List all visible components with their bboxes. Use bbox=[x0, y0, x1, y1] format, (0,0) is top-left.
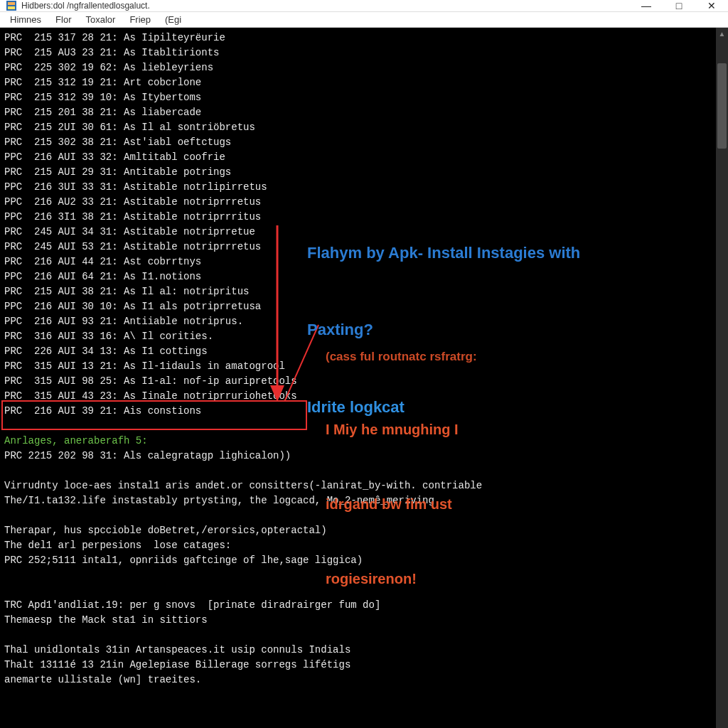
app-window: Hidbers:dol /ngfrallentedlosgaluct. — □ … bbox=[0, 0, 728, 728]
log-line: The del1 arl perpesions lose catages: bbox=[4, 538, 712, 553]
log-line: PRC 215 2UI 30 61: As Il al sontriöbretu… bbox=[4, 120, 712, 135]
maximize-button[interactable]: □ bbox=[663, 0, 695, 11]
app-icon bbox=[6, 0, 17, 11]
log-line: PRC 225 302 19 62: As liebleyriens bbox=[4, 60, 712, 75]
log-line: PRC 216 AUI 44 21: Ast cobrrtnys bbox=[4, 255, 712, 269]
scroll-up-arrow[interactable]: ▲ bbox=[716, 28, 728, 40]
log-line: The/I1.ta132.life instastably prtysting,… bbox=[4, 493, 712, 508]
minimize-button[interactable]: — bbox=[630, 0, 663, 11]
log-line: PRC 215 201 38 21: As liabercade bbox=[4, 105, 712, 120]
content-area: PRC 215 317 28 21: As IipilteyrëuriePRC … bbox=[0, 28, 728, 728]
log-line: Thalt 13111é 13 21in Agelepiase Billerag… bbox=[4, 658, 712, 673]
svg-rect-1 bbox=[8, 2, 15, 5]
log-line: PRC 215 AUI 38 21: As Il al: notripritus bbox=[4, 284, 712, 299]
log-line: Therapar, hus spccioble doBetret,/erorsi… bbox=[4, 523, 712, 538]
log-line: PRC 252;5111 intal1, opnriids gaftcinge … bbox=[4, 553, 712, 568]
menu-flor[interactable]: Flor bbox=[48, 12, 78, 27]
log-line bbox=[4, 464, 712, 478]
log-line bbox=[4, 508, 712, 523]
log-line: PPC 216 AUI 64 21: As I1.notions bbox=[4, 269, 712, 284]
log-line: TRC Apd1'andliat.19: per g snovs [prinat… bbox=[4, 598, 712, 613]
log-line: PRC 215 317 28 21: As Iipilteyrëurie bbox=[4, 31, 712, 46]
log-line: PRC 215 AUI 29 31: Antitable potrings bbox=[4, 165, 712, 180]
log-line: PRC 215 312 19 21: Art cobcrlone bbox=[4, 75, 712, 90]
log-line: PPC 216 AUI 30 10: As I1 als potriprretu… bbox=[4, 299, 712, 314]
log-line: PPC 216 AUI 33 32: Amltitabl coofrie bbox=[4, 150, 712, 165]
log-line: PRC 215 302 38 21: Ast'iabl oeftctugs bbox=[4, 135, 712, 150]
log-line bbox=[4, 583, 712, 598]
log-line bbox=[4, 419, 712, 434]
scroll-thumb[interactable] bbox=[717, 63, 727, 149]
log-line: PRC 245 AUI 34 31: Astitable notriprretu… bbox=[4, 225, 712, 240]
window-title: Hidbers:dol /ngfrallentedlosgaluct. bbox=[21, 1, 630, 11]
log-line: PRC 226 AUI 34 13: As I1 cottings bbox=[4, 344, 712, 359]
log-line: PPC 216 AU2 33 21: Astitable notriprrret… bbox=[4, 195, 712, 210]
log-line: PRC 215 AU3 23 21: As Itabltirionts bbox=[4, 46, 712, 60]
menu-himnes[interactable]: Himnes bbox=[3, 12, 48, 27]
log-line: PRC 315 AUI 43 23: As Iinale notriprruri… bbox=[4, 389, 712, 404]
log-line: PRC 315 AUI 13 21: As Il-1idauls in amat… bbox=[4, 359, 712, 374]
log-line: Virrudnty loce-aes instal1 aris andet.or… bbox=[4, 478, 712, 493]
log-line: Anrlages, aneraberafh 5: bbox=[4, 434, 712, 449]
log-line: PPC 216 3I1 38 21: Astitable notriprrrit… bbox=[4, 210, 712, 225]
window-controls: — □ ✕ bbox=[630, 0, 728, 11]
svg-rect-2 bbox=[8, 6, 15, 9]
log-line: PRC 2215 202 98 31: Als calegratagp ligh… bbox=[4, 449, 712, 464]
log-line: PPC 216 3UI 33 31: Astitable notrlipirre… bbox=[4, 180, 712, 195]
log-line: Thal unidlontals 31in Artanspeaces.it us… bbox=[4, 643, 712, 658]
menubar: Himnes Flor Toxalor Friep (Egi bbox=[0, 12, 728, 28]
log-line: PRC 215 312 39 10: As Itybertoms bbox=[4, 90, 712, 105]
titlebar[interactable]: Hidbers:dol /ngfrallentedlosgaluct. — □ … bbox=[0, 0, 728, 12]
menu-toxalor[interactable]: Toxalor bbox=[78, 12, 122, 27]
terminal-output[interactable]: PRC 215 317 28 21: As IipilteyrëuriePRC … bbox=[0, 28, 716, 728]
log-line: PPC 216 AUI 93 21: Antiiable notriprus. bbox=[4, 314, 712, 329]
close-button[interactable]: ✕ bbox=[695, 0, 728, 11]
log-line bbox=[4, 628, 712, 643]
log-line: PRC 316 AUI 33 16: A\ Il corities. bbox=[4, 329, 712, 344]
vertical-scrollbar[interactable]: ▲ ▼ bbox=[716, 28, 728, 728]
log-line: PRC 245 AUI 53 21: Astitable notriprrret… bbox=[4, 240, 712, 255]
log-line: PRC 216 AUI 39 21: Ais constions bbox=[4, 404, 712, 419]
menu-friep[interactable]: Friep bbox=[122, 12, 158, 27]
menu-egi[interactable]: (Egi bbox=[158, 12, 188, 27]
log-line: PRC 315 AUI 98 25: As I1-al: nof-ip auri… bbox=[4, 374, 712, 389]
log-line: Themaesp the Mack sta1 in sittiors bbox=[4, 613, 712, 628]
log-line: anemarte ullistale (wn] traeites. bbox=[4, 673, 712, 687]
log-line bbox=[4, 568, 712, 583]
